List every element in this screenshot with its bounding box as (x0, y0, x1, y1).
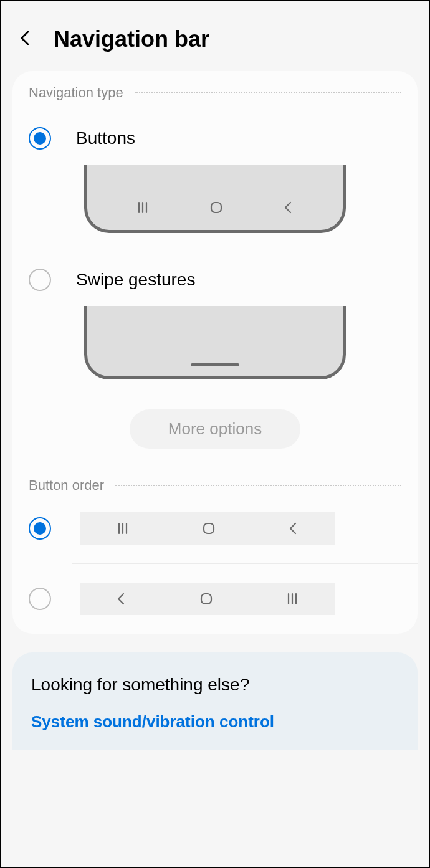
svg-rect-8 (201, 594, 211, 604)
home-icon (209, 200, 224, 215)
home-icon (199, 591, 214, 606)
radio-buttons[interactable] (29, 127, 51, 150)
divider (72, 563, 418, 564)
footer-link-sound-vibration[interactable]: System sound/vibration control (31, 712, 399, 732)
option-label: Swipe gestures (76, 270, 195, 290)
divider (72, 247, 418, 247)
svg-rect-7 (204, 523, 214, 533)
gesture-bar-icon (191, 363, 239, 366)
radio-order-1[interactable] (29, 517, 51, 540)
settings-card: Navigation type Buttons (12, 71, 418, 634)
recents-icon (135, 201, 150, 214)
swipe-preview (12, 306, 418, 379)
dotted-divider (135, 92, 401, 93)
back-icon[interactable] (16, 29, 35, 50)
dotted-divider (115, 485, 401, 486)
section-label: Navigation type (29, 85, 123, 101)
nav-back-icon (287, 522, 300, 535)
button-order-option-1[interactable] (12, 505, 418, 552)
button-order-option-2[interactable] (12, 575, 418, 622)
radio-swipe[interactable] (29, 269, 51, 291)
option-label: Buttons (76, 128, 135, 148)
nav-type-option-swipe[interactable]: Swipe gestures (12, 254, 418, 300)
section-header-button-order: Button order (12, 477, 418, 505)
more-options-button[interactable]: More options (130, 409, 300, 449)
page-header: Navigation bar (1, 1, 429, 67)
section-label: Button order (29, 477, 104, 494)
section-header-nav-type: Navigation type (12, 85, 418, 112)
footer-card: Looking for something else? System sound… (12, 652, 418, 750)
footer-title: Looking for something else? (31, 675, 399, 695)
buttons-preview (12, 165, 418, 233)
order-preview-1 (80, 512, 335, 545)
order-preview-2 (80, 583, 335, 615)
recents-icon (115, 522, 130, 535)
svg-rect-3 (211, 203, 221, 212)
page-title: Navigation bar (54, 26, 209, 52)
recents-icon (285, 593, 300, 605)
nav-back-icon (115, 592, 128, 606)
nav-type-option-buttons[interactable]: Buttons (12, 112, 418, 158)
radio-order-2[interactable] (29, 588, 51, 610)
nav-back-icon (282, 201, 295, 214)
home-icon (201, 521, 216, 536)
